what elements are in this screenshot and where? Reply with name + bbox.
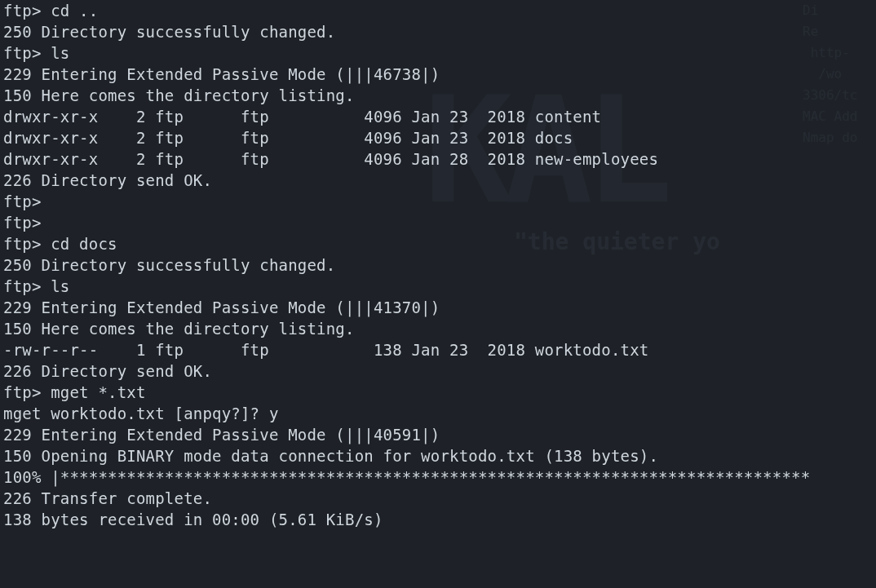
terminal-line: 226 Directory send OK.: [3, 360, 873, 382]
terminal-line: ftp> mget *.txt: [3, 382, 873, 403]
terminal-line: 100% |**********************************…: [3, 466, 873, 488]
terminal-line: ftp>: [3, 212, 873, 233]
terminal-line: 226 Directory send OK.: [3, 170, 873, 191]
terminal-line: 250 Directory successfully changed.: [3, 21, 873, 42]
terminal-line: 150 Opening BINARY mode data connection …: [3, 445, 873, 466]
terminal-line: 250 Directory successfully changed.: [3, 254, 873, 276]
terminal-line: ftp>: [3, 191, 873, 212]
terminal-line: 229 Entering Extended Passive Mode (|||4…: [3, 424, 873, 445]
terminal-line: 150 Here comes the directory listing.: [3, 85, 873, 106]
terminal-line: -rw-r--r-- 1 ftp ftp 138 Jan 23 2018 wor…: [3, 339, 873, 360]
terminal-line: 229 Entering Extended Passive Mode (|||4…: [3, 297, 873, 318]
terminal-line: 226 Transfer complete.: [3, 488, 873, 509]
terminal-line: mget worktodo.txt [anpqy?]? y: [3, 403, 873, 424]
terminal-line: ftp> ls: [3, 42, 873, 64]
terminal-window[interactable]: ftp> cd ..250 Directory successfully cha…: [0, 0, 876, 588]
terminal-line: 150 Here comes the directory listing.: [3, 318, 873, 339]
terminal-line: ftp> cd docs: [3, 233, 873, 254]
terminal-line: ftp> cd ..: [3, 0, 873, 21]
terminal-line: drwxr-xr-x 2 ftp ftp 4096 Jan 28 2018 ne…: [3, 148, 873, 170]
terminal-line: 229 Entering Extended Passive Mode (|||4…: [3, 64, 873, 85]
terminal-line: 138 bytes received in 00:00 (5.61 KiB/s): [3, 509, 873, 530]
terminal-line: drwxr-xr-x 2 ftp ftp 4096 Jan 23 2018 do…: [3, 127, 873, 148]
terminal-line: ftp> ls: [3, 276, 873, 297]
terminal-line: drwxr-xr-x 2 ftp ftp 4096 Jan 23 2018 co…: [3, 106, 873, 127]
